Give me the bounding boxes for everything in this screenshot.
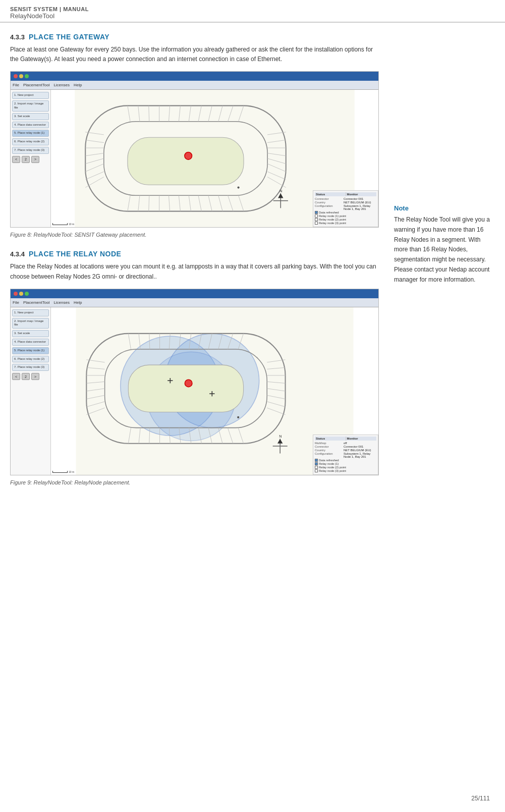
- menu-file[interactable]: File: [13, 83, 19, 87]
- sw-checkbox-relay1-label: Relay node (1) point: [319, 214, 346, 218]
- nav-num: 2: [22, 156, 30, 163]
- sw-checkbox-relay2: Relay node (2) point: [315, 218, 376, 221]
- menu-help[interactable]: Help: [74, 83, 82, 87]
- scale-bar-relay: 10 m: [52, 470, 74, 473]
- sw-sidebar-relay-item-5[interactable]: 5. Place relay node (1): [12, 347, 49, 354]
- sw-sidebar-item-7[interactable]: 7. Place relay node (3): [12, 147, 49, 154]
- sw-sidebar-relay-item-2[interactable]: 2. Import map / image file: [12, 318, 49, 329]
- sw-info-panel-relay: Status Monitor Multihop off Connector Co…: [313, 435, 378, 475]
- section-433-number: 4.3.3: [10, 33, 25, 41]
- sw-checkbox-relay3-box[interactable]: [315, 222, 318, 225]
- menu-placement-relay[interactable]: PlacementTool: [23, 300, 49, 305]
- sw-multihop-row: Multihop off: [315, 442, 376, 445]
- sw-checkbox-relay3: Relay node (3) point: [315, 222, 376, 225]
- scale-line-relay: [52, 471, 68, 473]
- svg-point-44: [185, 152, 192, 160]
- content-left: 4.3.3 PLACE THE GATEWAY Place at least o…: [10, 33, 389, 498]
- sw-checkbox-relay3-r-label: Relay node (3) point: [319, 469, 346, 472]
- gateway-screenshot: File PlacementTool Licenses Help 1. New …: [10, 71, 379, 228]
- sw-main-area-relay: N Status Monitor Multihop off: [51, 307, 378, 475]
- sw-connector-label-relay: Connector: [315, 445, 343, 448]
- screenshot-inner-relay: File PlacementTool Licenses Help 1. New …: [11, 289, 378, 475]
- sw-country-value: NET BELGIUM (EU): [344, 201, 371, 204]
- section-434-text: Place the Relay Nodes at locations were …: [10, 262, 379, 281]
- sw-sidebar-relay-item-1[interactable]: 1. New project: [12, 309, 49, 316]
- sw-sidebar-item-2[interactable]: 2. Import map / image file: [12, 100, 49, 112]
- sw-connector-row: Connector Connector 001: [315, 197, 376, 200]
- sw-config-row-relay: Configuration Subsystem 1, Relay Node 1,…: [315, 452, 376, 458]
- sw-sidebar-relay-item-4[interactable]: 4. Place data connector: [12, 339, 49, 346]
- sw-sidebar-item-6[interactable]: 6. Place relay node (2): [12, 138, 49, 145]
- sw-multihop-label: Multihop: [315, 442, 343, 445]
- screenshot-inner-gateway: File PlacementTool Licenses Help 1. New …: [11, 72, 378, 227]
- window-controls-relay: [14, 292, 29, 296]
- menu-licenses-relay[interactable]: Licenses: [53, 300, 70, 305]
- sw-topbar-gateway: [11, 72, 378, 81]
- section-433-title: PLACE THE GATEWAY: [29, 33, 109, 41]
- menu-help-relay[interactable]: Help: [74, 300, 82, 305]
- sw-sidebar-relay-item-7[interactable]: 7. Place relay node (3): [12, 364, 49, 371]
- section-434-number: 4.3.4: [10, 250, 25, 258]
- svg-rect-3: [128, 138, 244, 185]
- sw-checkbox-relay2-r-box[interactable]: [315, 466, 318, 469]
- sw-checkbox-data-relay-label: Data refreshed: [319, 459, 339, 462]
- nav-next-relay[interactable]: >: [31, 373, 39, 380]
- scale-label-relay: 10 m: [69, 470, 74, 473]
- sw-checkbox-relay2-label: Relay node (2) point: [319, 218, 346, 221]
- sw-country-row-relay: Country NET BELGIUM (EU): [315, 449, 376, 452]
- sw-config-value: Subsystem 1, Relay Node 1, Bay 201: [344, 204, 376, 210]
- sw-checkbox-relay3-r-box[interactable]: [315, 469, 318, 472]
- note-text: The Relay Node Tool will give you a warn…: [394, 215, 495, 285]
- max-dot-relay: [25, 292, 29, 296]
- sw-connector-label: Connector: [315, 197, 343, 200]
- sw-checkbox-relay2-box[interactable]: [315, 218, 318, 221]
- figure-caption-434: Figure 9: RelayNodeTool: RelayNode place…: [10, 479, 379, 485]
- section-433-text: Place at least one Gateway for every 250…: [10, 45, 379, 64]
- sw-info-header-gateway: Status Monitor: [315, 192, 376, 196]
- sw-tab-status[interactable]: Status: [315, 192, 346, 196]
- sw-body-relay: 1. New project 2. Import map / image fil…: [11, 307, 378, 475]
- close-dot-relay: [14, 292, 18, 296]
- sw-sidebar-relay-nav: < 2 >: [12, 373, 49, 380]
- sw-connector-row-relay: Connector Connector 001: [315, 445, 376, 448]
- sw-sidebar-nav: < 2 >: [12, 156, 49, 163]
- sw-config-label-relay: Configuration: [315, 452, 343, 458]
- max-dot: [25, 74, 29, 78]
- menu-placement[interactable]: PlacementTool: [23, 83, 49, 87]
- sw-info-panel-gateway: Status Monitor Connector Connector 001 C…: [313, 190, 378, 227]
- nav-prev-relay[interactable]: <: [12, 373, 20, 380]
- sw-checkbox-relay1-box[interactable]: [315, 214, 318, 218]
- menu-licenses[interactable]: Licenses: [53, 83, 70, 87]
- nav-prev[interactable]: <: [12, 156, 20, 163]
- nav-next[interactable]: >: [31, 156, 39, 163]
- sw-tab-monitor-relay[interactable]: Monitor: [346, 437, 377, 441]
- sw-sidebar-item-4[interactable]: 4. Place data connector: [12, 122, 49, 129]
- window-controls: [14, 74, 29, 78]
- sw-tab-monitor[interactable]: Monitor: [346, 192, 377, 196]
- sw-sidebar-item-1[interactable]: 1. New project: [12, 92, 49, 99]
- svg-point-49: [237, 187, 239, 189]
- sw-sidebar-relay: 1. New project 2. Import map / image fil…: [11, 307, 51, 475]
- scale-line: [52, 223, 68, 225]
- sw-sidebar-relay-item-3[interactable]: 3. Set scale: [12, 330, 49, 337]
- sw-checkbox-data: ✓ Data refreshed: [315, 211, 376, 214]
- sw-checkbox-data-relay-box[interactable]: ✓: [315, 459, 318, 462]
- sw-country-label: Country: [315, 201, 343, 204]
- sw-checkbox-relay1-r-box[interactable]: ✓: [315, 462, 318, 465]
- sw-sidebar-item-5[interactable]: 5. Place relay node (1): [12, 130, 49, 137]
- sw-checkbox-relay1: Relay node (1) point: [315, 214, 376, 218]
- sw-checkbox-relay3-label: Relay node (3) point: [319, 222, 346, 225]
- sw-sidebar-relay-item-6[interactable]: 6. Place relay node (2): [12, 356, 49, 363]
- page-footer: 25/111: [471, 795, 490, 802]
- sw-menubar-relay: File PlacementTool Licenses Help: [11, 298, 378, 307]
- menu-file-relay[interactable]: File: [13, 300, 19, 305]
- sw-tab-status-relay[interactable]: Status: [315, 437, 346, 441]
- sw-country-value-relay: NET BELGIUM (EU): [344, 449, 371, 452]
- sw-checkbox-data-box[interactable]: ✓: [315, 211, 318, 214]
- sw-menubar-gateway: File PlacementTool Licenses Help: [11, 81, 378, 90]
- min-dot: [19, 74, 23, 78]
- sw-checkbox-data-label: Data refreshed: [319, 211, 339, 214]
- sw-config-row: Configuration Subsystem 1, Relay Node 1,…: [315, 204, 376, 210]
- sw-sidebar-item-3[interactable]: 3. Set scale: [12, 113, 49, 120]
- sw-checkbox-relay3-r: Relay node (3) point: [315, 469, 376, 472]
